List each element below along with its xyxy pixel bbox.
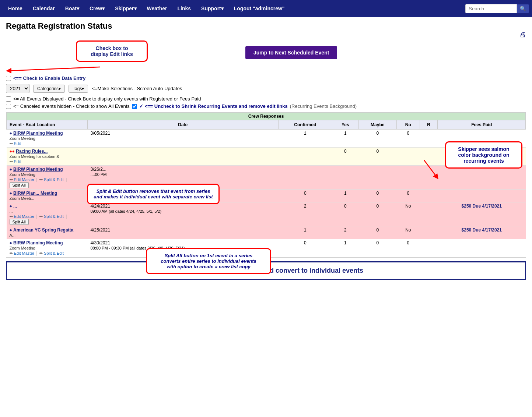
edit-link[interactable]: Edit bbox=[14, 141, 21, 146]
event-cell: ● BIRW Planning MeetingZoom Meeting✏ Edi… bbox=[7, 166, 88, 190]
events-table-wrap: Crew Responses Event - Boat Location Dat… bbox=[6, 112, 526, 258]
event-name-link[interactable]: BIRW Planning Meeting bbox=[13, 131, 63, 136]
categories-button[interactable]: Categories▾ bbox=[33, 85, 65, 93]
split-edit-callout: Split & Edit button removes that event f… bbox=[87, 184, 220, 204]
skipper-salmon-callout: Skipper sees salmon color background on … bbox=[445, 141, 522, 169]
nav-home[interactable]: Home bbox=[3, 0, 28, 17]
enable-data-entry-row: <== Check to Enable Data Entry bbox=[6, 75, 526, 81]
nav-logout[interactable]: Logout "admincrew" bbox=[229, 0, 290, 17]
nav-crew[interactable]: Crew▾ bbox=[84, 0, 110, 17]
confirmed-cell: 1 bbox=[278, 226, 332, 239]
col-confirmed: Confirmed bbox=[278, 120, 332, 130]
confirmed-cell: 0 bbox=[278, 190, 332, 202]
search-form: 🔍 bbox=[465, 4, 529, 13]
fees-cell bbox=[438, 190, 526, 202]
nav-calendar[interactable]: Calendar bbox=[28, 0, 60, 17]
yes-cell: 0 bbox=[332, 202, 358, 226]
salmon-callout-arrow bbox=[424, 160, 454, 179]
print-icon[interactable]: 🖨 bbox=[519, 31, 526, 38]
nav-weather[interactable]: Weather bbox=[142, 0, 172, 17]
edit-master-link[interactable]: Edit Master bbox=[14, 214, 35, 219]
enable-data-entry-label: <== Check to Enable Data Entry bbox=[13, 75, 85, 81]
canceled-events-label: <= Canceled events hidden - Check to sho… bbox=[13, 103, 130, 109]
maybe-cell: 0 bbox=[358, 148, 396, 166]
table-row: ● BIRW Plan... MeetingZoom Meeti...4/09/… bbox=[7, 190, 526, 202]
event-sub: Zoom Meeti... bbox=[10, 196, 34, 201]
maybe-cell: 0 bbox=[358, 202, 396, 226]
crew-responses-header: Crew Responses bbox=[7, 113, 526, 120]
event-name-link[interactable]: BIRW Planning Meeting bbox=[13, 240, 63, 245]
checkbox-callout: Check box to display Edit links bbox=[76, 40, 148, 62]
no-cell: No bbox=[396, 226, 420, 239]
edit-master-link[interactable]: Edit Master bbox=[14, 251, 35, 255]
recurring-events-label: ✓ <== Uncheck to Shrink Recurring Events… bbox=[139, 103, 288, 109]
jump-to-next-event-button[interactable]: Jump to Next Scheduled Event bbox=[245, 46, 337, 59]
col-date: Date bbox=[88, 120, 279, 130]
yes-cell bbox=[332, 166, 358, 190]
year-select[interactable]: 2021 bbox=[6, 84, 29, 93]
fees-cell: $250 Due 4/17/2021 bbox=[438, 202, 526, 226]
recurring-bg-label: (Recurring Events Background) bbox=[290, 103, 357, 109]
event-cell: ● BIRW Planning MeetingZoom Meeting✏ Edi… bbox=[7, 130, 88, 148]
event-cell: ● BIRW Plan... MeetingZoom Meeti... bbox=[7, 190, 88, 202]
nav-links[interactable]: Links bbox=[172, 0, 196, 17]
pipe-separator: | bbox=[35, 214, 39, 219]
canceled-events-checkbox[interactable] bbox=[6, 104, 11, 109]
edit-pencil-icon: ✏ bbox=[10, 141, 14, 146]
confirmed-cell: 1 bbox=[278, 130, 332, 148]
search-input[interactable] bbox=[465, 4, 517, 13]
event-name-link[interactable]: Racing Rules... bbox=[16, 149, 48, 154]
split-&-edit-link[interactable]: Split & Edit bbox=[44, 251, 64, 255]
event-cell: ● American YC Spring RegattaA... bbox=[7, 226, 88, 239]
yes-cell: 1 bbox=[332, 130, 358, 148]
event-sub: Zoom Meeting bbox=[10, 172, 35, 177]
tags-button[interactable]: Tags▾ bbox=[69, 85, 88, 93]
event-name-link[interactable]: American YC Spring Regatta bbox=[13, 227, 73, 233]
pipe-separator: | bbox=[35, 251, 39, 256]
events-table: Crew Responses Event - Boat Location Dat… bbox=[6, 112, 526, 257]
split-&-edit-link[interactable]: Split & Edit bbox=[44, 177, 64, 182]
search-button[interactable]: 🔍 bbox=[517, 4, 529, 13]
event-name-link[interactable]: BIRW Planning Meeting bbox=[13, 167, 63, 172]
pipe-separator: | bbox=[64, 177, 67, 182]
nav-skipper[interactable]: Skipper▾ bbox=[110, 0, 141, 17]
yes-cell: 1 bbox=[332, 190, 358, 202]
nav-support[interactable]: Support▾ bbox=[196, 0, 229, 17]
event-name-link[interactable]: BIRW Plan... Meeting bbox=[13, 191, 57, 196]
event-cell: ● BIRW Planning MeetingZoom Meeting✏ Edi… bbox=[7, 239, 88, 257]
split-all-button[interactable]: Split All bbox=[10, 182, 29, 188]
col-event: Event - Boat Location bbox=[7, 120, 88, 130]
col-maybe: Maybe bbox=[358, 120, 396, 130]
confirmed-cell: 0 bbox=[278, 239, 332, 257]
r-cell bbox=[420, 239, 438, 257]
recurring-events-checkbox[interactable] bbox=[132, 104, 137, 109]
no-cell bbox=[396, 148, 420, 166]
fees-cell: $250 Due 4/17/2021 bbox=[438, 226, 526, 239]
page-title: Regatta Registration Status bbox=[6, 21, 526, 31]
event-sub: A... bbox=[10, 233, 16, 237]
table-row: ● American YC Spring RegattaA...4/25/202… bbox=[7, 226, 526, 239]
enable-data-entry-checkbox[interactable] bbox=[6, 76, 11, 81]
edit-pencil-icon: ✏ bbox=[10, 159, 14, 164]
split-all-button[interactable]: Split All bbox=[10, 219, 29, 225]
col-no: No bbox=[396, 120, 420, 130]
edit-pencil-icon: ✏ bbox=[10, 177, 14, 182]
navigation: Home Calendar Boat▾ Crew▾ Skipper▾ Weath… bbox=[0, 0, 532, 17]
edit-pencil-icon: ✏ bbox=[39, 214, 44, 219]
confirmed-cell bbox=[278, 166, 332, 190]
event-name-link[interactable]: ... bbox=[13, 204, 17, 209]
edit-link[interactable]: Edit bbox=[14, 159, 21, 164]
svg-line-1 bbox=[424, 160, 435, 175]
time-label: ...:00 PM bbox=[91, 172, 107, 177]
split-&-edit-link[interactable]: Split & Edit bbox=[44, 214, 64, 219]
maybe-cell: 0 bbox=[358, 130, 396, 148]
fees-cell bbox=[438, 239, 526, 257]
maybe-cell bbox=[358, 166, 396, 190]
no-cell: 0 bbox=[396, 190, 420, 202]
edit-master-link[interactable]: Edit Master bbox=[14, 177, 35, 182]
all-events-checkbox[interactable] bbox=[6, 96, 11, 102]
edit-pencil-icon: ✏ bbox=[39, 177, 44, 182]
nav-boat[interactable]: Boat▾ bbox=[60, 0, 84, 17]
col-r: R bbox=[420, 120, 438, 130]
r-cell bbox=[420, 190, 438, 202]
